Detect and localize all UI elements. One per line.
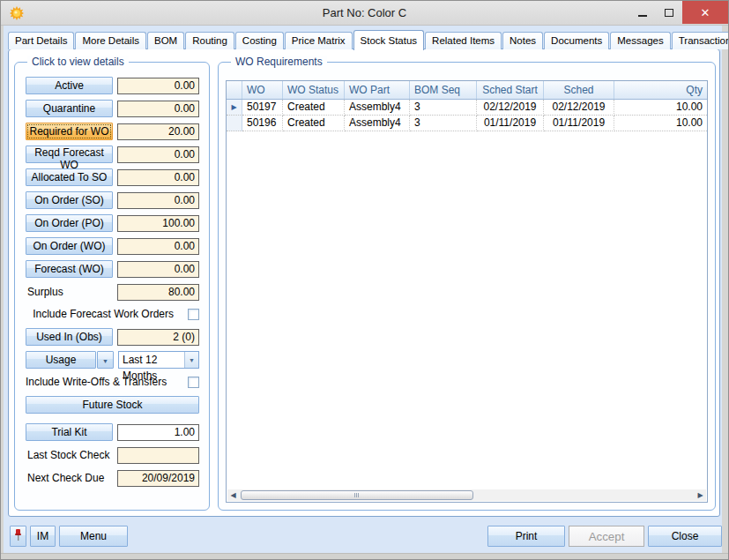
column-header-sched-start[interactable]: Sched Start [477,81,544,99]
tab-price-matrix[interactable]: Price Matrix [285,32,353,49]
tab-related-items[interactable]: Related Items [425,32,502,49]
footer-bar: IM Menu Print Accept Close [4,521,722,555]
detail-row: On Order (SO)0.00 [26,191,199,209]
tab-bom[interactable]: BOM [147,32,184,49]
tab-transactions[interactable]: Transactions [672,32,729,49]
next-check-due-value: 20/09/2019 [117,470,199,487]
used-in-obs-button[interactable]: Used In (Obs) [26,328,113,346]
grid-header-row: WOWO StatusWO Part NoBOM Seq NoSched Sta… [227,81,707,100]
quarantine-value: 0.00 [117,101,199,117]
tab-documents[interactable]: Documents [544,32,609,49]
column-header-bom-seq-no[interactable]: BOM Seq No [410,81,477,99]
cell: 02/12/2019 [544,100,614,116]
column-header-sched-finish[interactable]: Sched Finish [544,81,614,99]
include-forecast-label: Include Forecast Work Orders [33,308,174,320]
cell: Assembly4 [345,100,410,116]
table-row[interactable]: ▶50197CreatedAssembly4302/12/201902/12/2… [227,100,707,116]
cell: 50196 [242,116,283,131]
column-header-wo-status[interactable]: WO Status [283,81,345,99]
active-value: 0.00 [117,78,199,94]
current-row-arrow-icon[interactable]: ▶ [227,100,242,116]
maximize-button[interactable] [656,1,682,24]
tab-costing[interactable]: Costing [235,32,284,49]
detail-row: Reqd Forecast WO0.00 [26,146,199,163]
cell: 10.00 [614,116,707,131]
cell: 02/12/2019 [477,100,544,116]
usage-period-select[interactable]: Last 12 Months ▼ [118,351,199,369]
quarantine-button[interactable]: Quarantine [26,100,113,117]
on-order-po-value: 100.00 [117,215,199,232]
detail-row: On Order (WO)0.00 [26,237,199,255]
future-stock-button[interactable]: Future Stock [26,396,199,414]
cell: 01/11/2019 [544,116,614,131]
reqd-forecast-wo-value: 0.00 [117,146,199,163]
close-window-button[interactable]: ✕ [682,1,728,24]
on-order-po-button[interactable]: On Order (PO) [26,214,113,232]
tab-stock-status[interactable]: Stock Status [353,30,425,50]
tab-messages[interactable]: Messages [610,32,670,49]
allocated-to-so-button[interactable]: Allocated To SO [26,168,113,186]
include-writeoffs-label: Include Write-Offs & Transfers [26,376,167,388]
trial-kit-button[interactable]: Trial Kit [26,423,113,441]
allocated-to-so-value: 0.00 [117,169,199,186]
table-row[interactable]: 50196CreatedAssembly4301/11/201901/11/20… [227,116,707,131]
on-order-so-button[interactable]: On Order (SO) [26,191,113,209]
detail-row: Quarantine0.00 [26,100,199,117]
scroll-left-arrow-icon[interactable]: ◀ [227,489,239,501]
horizontal-scrollbar[interactable]: ◀ ▶ [227,489,706,501]
cell: Created [283,100,345,116]
window-title: Part No: Color C [1,6,728,19]
grid-body: ▶50197CreatedAssembly4302/12/201902/12/2… [227,100,707,131]
detail-row: Active0.00 [26,77,199,94]
usage-button[interactable]: Usage [26,351,96,369]
chevron-down-icon[interactable]: ▼ [184,352,198,368]
on-order-so-value: 0.00 [117,192,199,209]
row-selector[interactable] [227,116,242,131]
cell: 50197 [242,100,283,116]
minimize-button[interactable] [629,1,656,24]
tab-strip: Part DetailsMore DetailsBOMRoutingCostin… [8,30,721,49]
last-stock-check-value [117,447,199,464]
on-order-wo-button[interactable]: On Order (WO) [26,237,113,255]
next-check-due-label: Next Check Due [26,472,113,484]
im-button[interactable]: IM [30,526,56,547]
include-forecast-checkbox[interactable] [188,309,199,320]
details-groupbox: Click to view details Active0.00Quaranti… [14,62,210,511]
title-bar[interactable]: Part No: Color C ✕ [1,1,728,26]
details-groupbox-title: Click to view details [27,56,129,68]
scrollbar-track[interactable] [239,489,695,501]
forecast-wo-value: 0.00 [117,261,199,278]
tab-part-details[interactable]: Part Details [8,32,74,49]
cell: 01/11/2019 [477,116,544,131]
wo-requirements-grid: WOWO StatusWO Part NoBOM Seq NoSched Sta… [226,80,708,503]
tab-routing[interactable]: Routing [185,32,234,49]
detail-row: Required for WO20.00 [26,123,199,140]
trial-kit-input[interactable]: 1.00 [117,424,199,441]
sun-icon [10,6,24,20]
forecast-wo-button[interactable]: Forecast (WO) [26,260,113,278]
required-for-wo-value: 20.00 [117,123,199,140]
wo-requirements-title: WO Requirements [231,56,327,68]
usage-dropdown-arrow-icon[interactable]: ▼ [97,351,114,369]
close-button[interactable]: Close [648,526,722,547]
column-header-wo[interactable]: WO [242,81,283,99]
required-for-wo-button[interactable]: Required for WO [26,123,113,140]
column-header-qty[interactable]: Qty [614,81,707,99]
print-button[interactable]: Print [487,526,565,547]
wo-requirements-groupbox: WO Requirements WOWO StatusWO Part NoBOM… [218,62,716,511]
column-header-wo-part-no[interactable]: WO Part No [345,81,410,99]
pushpin-icon [13,528,23,542]
tab-more-details[interactable]: More Details [75,32,146,49]
tab-notes[interactable]: Notes [502,32,543,49]
reqd-forecast-wo-button[interactable]: Reqd Forecast WO [26,146,113,163]
selector-column-header [227,81,242,99]
cell: 3 [410,100,477,116]
active-button[interactable]: Active [26,77,113,94]
include-writeoffs-checkbox[interactable] [188,377,199,388]
cell: 10.00 [614,100,707,116]
scroll-right-arrow-icon[interactable]: ▶ [695,489,706,501]
pin-button[interactable] [10,526,26,547]
detail-row: Surplus80.00 [26,283,199,301]
menu-button[interactable]: Menu [59,526,128,547]
scrollbar-thumb[interactable] [241,490,473,500]
